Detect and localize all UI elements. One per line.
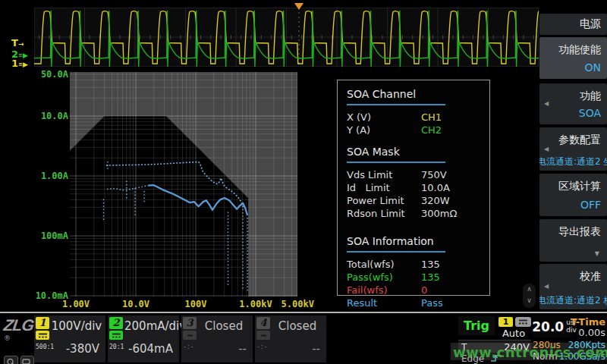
zlg-logo-text: ZLG: [2, 316, 34, 334]
timebase-scale[interactable]: 20.0 us/div: [533, 315, 576, 337]
x-axis-tick-label: 1.00V: [52, 299, 100, 309]
row-value: CH1: [421, 111, 442, 124]
sidebar-item-calibration[interactable]: ◀校准电流通道:通道2 校: [539, 264, 607, 309]
sidebar-item-area-calc[interactable]: 区域计算OFF: [539, 174, 607, 216]
soa-row: Rdson Limit300mΩ: [347, 207, 480, 220]
channel-1-readout[interactable]: 1500:1100V/div-380V: [34, 315, 105, 362]
y-axis-tick-label: 50.0A: [29, 69, 68, 80]
row-value: 135: [421, 258, 440, 271]
x-axis-tick-label: 100V: [171, 299, 220, 309]
probe-ratio: -:-: [256, 344, 272, 350]
channel-number-badge[interactable]: 2: [109, 317, 123, 329]
soa-row: X (V)CH1: [347, 111, 480, 124]
soa-row: Y (A)CH2: [347, 124, 480, 136]
cursor-icon[interactable]: [20, 356, 35, 364]
soa-row: ResultPass: [347, 297, 480, 309]
chevron-left-icon: ◀: [544, 145, 549, 152]
sidebar-item-export-report[interactable]: 导出报表▼: [539, 219, 607, 262]
section-title: SOA Channel: [347, 88, 480, 104]
menu-scroll-control[interactable]: ∧ ∨: [523, 284, 536, 308]
ch1-position-marker[interactable]: 1≡▶: [11, 57, 28, 69]
watermark: www.cntronics.com: [453, 344, 607, 360]
sidebar-item-function[interactable]: ◀功能SOA: [539, 83, 607, 124]
trigger-coupling-icon[interactable]: [515, 317, 531, 327]
channel-offset: -604mA: [128, 342, 173, 356]
y-axis-tick-label: 100mA: [29, 231, 68, 241]
soa-section: SOA ChannelX (V)CH1Y (A)CH2: [347, 88, 480, 136]
x-axis-tick-label: 10.0V: [112, 299, 160, 309]
channel-scale: 100V/div: [51, 319, 102, 333]
soa-row: Pass(wfs)135: [347, 271, 480, 284]
row-label: Total(wfs): [347, 258, 421, 271]
channel-offset: -380V: [66, 342, 99, 356]
soa-info-panel: SOA ChannelX (V)CH1Y (A)CH2SOA MaskVds L…: [337, 80, 490, 296]
chevron-up-icon[interactable]: ∧: [523, 284, 536, 295]
sidebar-item-power[interactable]: 电源: [539, 14, 607, 35]
soa-row: Id Limit10.0A: [347, 181, 480, 194]
channel-3-readout[interactable]: 3-:-Closed--: [181, 315, 253, 362]
scope-strip[interactable]: [34, 8, 539, 67]
probe-ratio: 20:1: [109, 344, 124, 350]
menu-subtitle: 电流通道:通道2 校: [539, 294, 607, 307]
row-label: Power Limit: [347, 194, 421, 207]
zlg-logo: ZLG®: [4, 316, 34, 364]
chevron-down-icon[interactable]: ∨: [523, 295, 536, 306]
soa-row: Total(wfs)135: [347, 258, 480, 271]
row-label: Pass(wfs): [347, 271, 421, 284]
x-axis-tick-label: 5.00kV: [273, 299, 322, 309]
channel-number-badge[interactable]: 3: [183, 317, 197, 329]
channel-2-readout[interactable]: 220:1200mA/div-604mA: [108, 315, 179, 362]
section-underline: [347, 251, 445, 253]
row-label: Id Limit: [347, 181, 421, 194]
soa-xy-plot[interactable]: [70, 72, 297, 297]
trig-button[interactable]: Trig: [458, 316, 495, 335]
menu-value: ON: [585, 61, 602, 74]
t-time-value: 0.00s: [578, 327, 605, 338]
menu-label: 导出报表: [558, 225, 601, 239]
coupling-icon: [36, 331, 49, 340]
coupling-icon: [183, 331, 197, 340]
row-value: Pass: [421, 297, 443, 309]
registered-mark: ®: [4, 334, 11, 342]
row-value: 320W: [421, 194, 450, 207]
menu-label: 功能使能: [558, 43, 601, 57]
row-value: 0: [421, 284, 427, 297]
row-label: Y (A): [347, 124, 421, 136]
trigger-mode[interactable]: Auto: [496, 328, 531, 339]
trigger-position-icon[interactable]: [294, 3, 304, 10]
row-label: X (V): [347, 111, 421, 124]
channel-badge[interactable]: 4-:-: [256, 317, 272, 350]
channel-number-badge[interactable]: 4: [256, 317, 270, 329]
section-underline: [347, 104, 445, 105]
channel-4-readout[interactable]: 4-:-Closed--: [255, 315, 326, 362]
channel-offset: --: [312, 342, 320, 356]
menu-label: 校准: [580, 270, 601, 284]
soa-row: Power Limit320W: [347, 194, 480, 207]
row-value: 135: [421, 271, 440, 284]
coupling-icon: [109, 331, 123, 340]
channel-number-badge[interactable]: 1: [36, 317, 49, 329]
probe-ratio: -:-: [183, 344, 198, 350]
sidebar-item-function-enable[interactable]: 功能使能ON: [539, 37, 607, 79]
row-value: 750V: [421, 168, 447, 181]
menu-label: 功能: [580, 89, 601, 103]
channel-scale: Closed: [272, 319, 323, 333]
section-title: SOA Information: [347, 235, 480, 251]
chevron-down-icon: ▼: [595, 250, 599, 257]
channel-scale: Closed: [198, 319, 250, 333]
channel-badge[interactable]: 1500:1: [36, 317, 51, 350]
channel-badge[interactable]: 220:1: [109, 317, 124, 350]
touch-icon[interactable]: [4, 356, 18, 364]
coupling-icon: [256, 331, 270, 340]
menu-label: 区域计算: [558, 180, 601, 193]
trigger-level-marker[interactable]: T→: [11, 36, 24, 49]
section-title: SOA Mask: [347, 146, 480, 162]
channel-scale: 200mA/div: [124, 319, 176, 333]
sidebar-item-param-config[interactable]: ◀参数配置电流通道:通道2 坐: [539, 127, 607, 171]
y-axis-tick-label: 1.00A: [29, 171, 68, 181]
section-underline: [347, 162, 445, 163]
channel-badge[interactable]: 3-:-: [183, 317, 198, 350]
row-label: Vds Limit: [347, 168, 421, 181]
trigger-source-badge[interactable]: 1: [498, 317, 513, 327]
soa-section: SOA InformationTotal(wfs)135Pass(wfs)135…: [347, 235, 480, 309]
